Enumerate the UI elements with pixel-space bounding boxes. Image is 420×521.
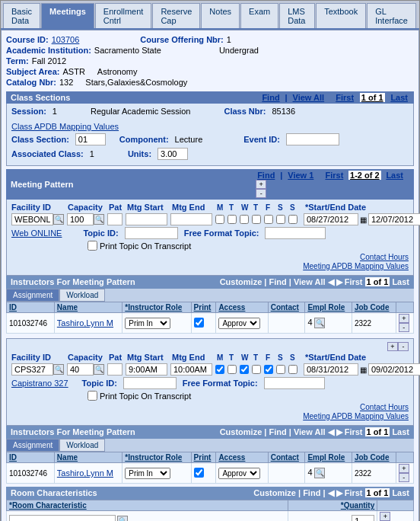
- room-char-input[interactable]: [9, 515, 116, 521]
- pat-input-2[interactable]: [107, 363, 123, 376]
- mp-find-link[interactable]: Find: [257, 171, 275, 180]
- facility-search-btn-2[interactable]: 🔍: [53, 364, 64, 375]
- mtg-start-input-2[interactable]: [126, 363, 167, 376]
- row1-role-select-2[interactable]: Prim In: [125, 468, 170, 479]
- room-char-search-btn[interactable]: 🔍: [117, 516, 128, 521]
- class-apdb-link[interactable]: Class APDB Mapping Values: [11, 122, 119, 131]
- tab-lms-data[interactable]: LMS Data: [279, 3, 315, 28]
- tab-gl-interface[interactable]: GL Interface: [367, 3, 416, 28]
- pat-input-1[interactable]: [107, 213, 123, 225]
- row1-add-2[interactable]: +: [399, 464, 409, 473]
- col-name-1[interactable]: Name: [54, 302, 122, 313]
- day-th-check-1[interactable]: [252, 215, 261, 224]
- web-online-link-1[interactable]: Web ONLINE: [11, 229, 62, 238]
- meeting-apdb-link-1[interactable]: Meeting APDB Mapping Values: [303, 262, 409, 270]
- facility-id-input-1[interactable]: [11, 213, 53, 225]
- capacity-input-1[interactable]: [67, 213, 94, 225]
- instr1-tab-assignment[interactable]: Assignment: [6, 289, 59, 302]
- col-print-2[interactable]: Print: [191, 452, 216, 463]
- col-empl-role-2[interactable]: Empl Role: [305, 452, 352, 463]
- day-t-check-2[interactable]: [228, 365, 237, 374]
- tab-textbook[interactable]: Textbook: [316, 3, 366, 28]
- col-quantity[interactable]: *Quantity: [288, 500, 377, 511]
- col-print-1[interactable]: Print: [191, 302, 216, 313]
- col-job-code-1[interactable]: Job Code: [352, 302, 396, 313]
- row1-role-select-1[interactable]: Prim In: [125, 318, 170, 329]
- day-s-check-2[interactable]: [276, 365, 285, 374]
- instr1-last[interactable]: Last: [392, 277, 409, 286]
- row1-remove-2[interactable]: -: [399, 473, 409, 482]
- cs-viewall-link[interactable]: View All: [293, 93, 325, 102]
- mp2-remove-btn[interactable]: -: [398, 342, 409, 351]
- rc-first[interactable]: First: [345, 488, 363, 497]
- instr2-find[interactable]: Find: [269, 427, 287, 436]
- day-su-check-1[interactable]: [288, 215, 298, 224]
- mtg-end-input-2[interactable]: [170, 363, 212, 376]
- instr2-tab-workload[interactable]: Workload: [59, 439, 105, 452]
- row1-name-link-1[interactable]: Tashiro,Lynn M: [57, 318, 113, 328]
- instr1-tab-workload[interactable]: Workload: [59, 289, 105, 302]
- quantity-input[interactable]: [352, 515, 374, 521]
- instr2-viewall[interactable]: View All: [294, 427, 326, 436]
- mp-view1-link[interactable]: View 1: [288, 171, 313, 180]
- start-date-input-1[interactable]: [304, 213, 358, 225]
- topic-id-input-1[interactable]: [125, 227, 178, 239]
- contact-hours-link-2[interactable]: Contact Hours: [360, 403, 409, 411]
- day-s-check-1[interactable]: [276, 215, 285, 224]
- col-room-char[interactable]: *Room Characteristic: [7, 500, 288, 511]
- end-date-input-1[interactable]: [368, 213, 420, 225]
- day-w-check-2[interactable]: [240, 365, 249, 374]
- facility-search-btn-1[interactable]: 🔍: [53, 214, 64, 225]
- facility-id-input-2[interactable]: [11, 363, 53, 376]
- tab-enrollment-cntrl[interactable]: Enrollment Cntrl: [95, 3, 152, 28]
- event-id-input[interactable]: [286, 133, 339, 145]
- row1-access-select-2[interactable]: Approv: [218, 468, 260, 479]
- capacity-input-2[interactable]: [67, 363, 94, 376]
- print-topic-check-1[interactable]: [88, 241, 97, 251]
- col-contact-1[interactable]: Contact: [268, 302, 305, 313]
- rc-find[interactable]: Find: [303, 488, 320, 497]
- rc-last[interactable]: Last: [392, 488, 409, 497]
- day-su-check-2[interactable]: [288, 365, 298, 374]
- units-input[interactable]: [158, 148, 188, 160]
- row1-add-1[interactable]: +: [399, 314, 409, 323]
- mp-add-btn[interactable]: +: [256, 180, 266, 189]
- room-desc-link-2[interactable]: Capistrano 327: [11, 379, 68, 388]
- free-format-topic-input-1[interactable]: [265, 227, 326, 239]
- topic-id-input-2[interactable]: [123, 377, 177, 389]
- course-id-value[interactable]: 103706: [52, 35, 80, 44]
- mp-remove-btn[interactable]: -: [256, 189, 266, 198]
- row1-access-select-1[interactable]: Approv: [218, 318, 260, 329]
- mtg-end-input-1[interactable]: [170, 213, 212, 225]
- day-f-check-2[interactable]: [264, 365, 273, 374]
- col-id-2[interactable]: ID: [7, 452, 55, 463]
- tab-meetings[interactable]: Meetings: [41, 3, 94, 28]
- row1-remove-1[interactable]: -: [399, 323, 409, 332]
- tab-basic-data[interactable]: Basic Data: [3, 3, 40, 28]
- col-id-1[interactable]: ID: [7, 302, 55, 313]
- cs-find-link[interactable]: Find: [262, 93, 279, 102]
- day-f-check-1[interactable]: [264, 215, 273, 224]
- col-name-2[interactable]: Name: [54, 452, 122, 463]
- tab-reserve-cap[interactable]: Reserve Cap: [152, 3, 200, 28]
- cs-last-link[interactable]: Last: [390, 93, 408, 102]
- cs-first-link[interactable]: First: [336, 93, 354, 102]
- row1-name-link-2[interactable]: Tashiro,Lynn M: [57, 468, 113, 478]
- col-contact-2[interactable]: Contact: [268, 452, 305, 463]
- instr1-find[interactable]: Find: [269, 277, 287, 286]
- empl-role-search-2[interactable]: 🔍: [314, 468, 325, 478]
- instr2-customize[interactable]: Customize: [220, 427, 262, 436]
- class-section-input[interactable]: [75, 133, 106, 145]
- col-access-1[interactable]: Access: [216, 302, 268, 313]
- instr2-first[interactable]: First: [345, 427, 363, 436]
- free-format-topic-input-2[interactable]: [264, 377, 325, 389]
- print-topic-check-2[interactable]: [88, 391, 97, 401]
- empl-role-search-1[interactable]: 🔍: [314, 318, 325, 328]
- col-empl-role-1[interactable]: Empl Role: [305, 302, 352, 313]
- contact-hours-link-1[interactable]: Contact Hours: [360, 253, 409, 261]
- col-access-2[interactable]: Access: [216, 452, 268, 463]
- meeting-apdb-link-2[interactable]: Meeting APDB Mapping Values: [303, 412, 409, 420]
- mp2-add-btn[interactable]: +: [387, 342, 398, 351]
- day-m-check-1[interactable]: [215, 215, 224, 224]
- day-m-check-2[interactable]: [215, 365, 224, 374]
